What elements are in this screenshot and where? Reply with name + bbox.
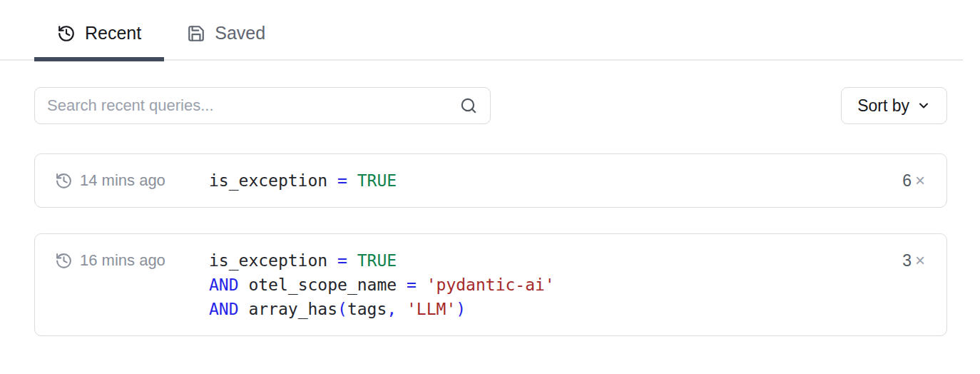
code-line: is_exception = TRUE xyxy=(209,168,902,193)
query-code: is_exception = TRUEAND otel_scope_name =… xyxy=(209,248,902,321)
history-icon xyxy=(55,252,73,270)
sort-by-button[interactable]: Sort by xyxy=(841,87,947,124)
tab-bar: Recent Saved xyxy=(0,0,963,61)
history-icon xyxy=(57,24,76,43)
times-symbol: × xyxy=(915,251,925,271)
code-line: AND array_has(tags, 'LLM') xyxy=(209,297,902,321)
usage-count-number: 6 xyxy=(902,171,912,191)
tab-saved-label: Saved xyxy=(215,23,265,44)
usage-count-number: 3 xyxy=(902,251,912,271)
query-code: is_exception = TRUE xyxy=(209,168,902,193)
query-timestamp: 16 mins ago xyxy=(80,251,165,270)
save-icon xyxy=(187,24,205,43)
query-card[interactable]: 14 mins ago is_exception = TRUE 6 × xyxy=(34,153,947,208)
query-list: 14 mins ago is_exception = TRUE 6 × 16 m… xyxy=(34,153,947,336)
query-meta: 14 mins ago xyxy=(55,168,209,193)
query-timestamp: 14 mins ago xyxy=(80,171,165,190)
query-card[interactable]: 16 mins ago is_exception = TRUEAND otel_… xyxy=(34,233,947,336)
search-input[interactable] xyxy=(34,87,491,124)
sort-by-label: Sort by xyxy=(857,96,909,116)
tab-saved[interactable]: Saved xyxy=(164,19,288,59)
tab-recent-label: Recent xyxy=(85,23,141,44)
code-line: AND otel_scope_name = 'pydantic-ai' xyxy=(209,273,902,297)
query-usage-count: 6 × xyxy=(902,168,925,193)
controls-row: Sort by xyxy=(34,87,947,124)
code-line: is_exception = TRUE xyxy=(209,248,902,273)
recent-queries-panel: Sort by 14 mins ago is_exception = TRUE … xyxy=(0,87,980,336)
search-box xyxy=(34,87,491,124)
chevron-down-icon xyxy=(917,98,931,113)
tab-recent[interactable]: Recent xyxy=(34,19,164,59)
query-usage-count: 3 × xyxy=(902,248,925,273)
times-symbol: × xyxy=(915,171,925,191)
query-meta: 16 mins ago xyxy=(55,248,209,273)
history-icon xyxy=(55,172,73,190)
